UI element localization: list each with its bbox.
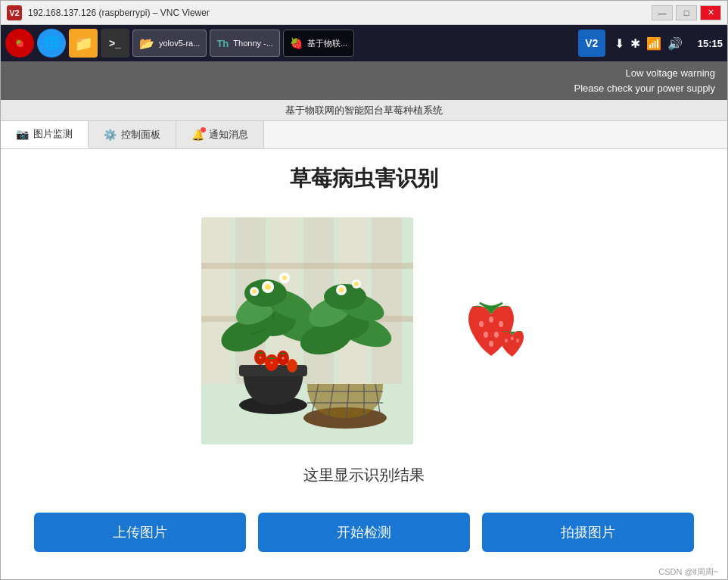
title-bar: V2 192.168.137.126 (raspberrypi) – VNC V… (1, 1, 727, 25)
svg-text:🍓: 🍓 (15, 39, 25, 48)
volume-icon[interactable]: 🔊 (667, 36, 683, 51)
tab-bar: 📷 图片监测 ⚙️ 控制面板 🔔 通知消息 (1, 121, 727, 149)
svg-point-51 (354, 282, 359, 286)
taskbar-app-yolov5-label: yolov5-ra... (159, 39, 200, 48)
vnc-logo-icon: V2 (7, 5, 22, 20)
svg-point-32 (282, 276, 287, 280)
taskbar-app-iot-icon: 🍓 (290, 37, 303, 49)
button-row: 上传图片 开始检测 拍摄图片 (1, 500, 727, 564)
svg-point-41 (282, 357, 285, 359)
taskbar-app-thonny-label: Thonny -... (233, 39, 273, 48)
browser-icon[interactable]: 🌐 (37, 29, 66, 58)
svg-rect-3 (201, 217, 232, 384)
svg-point-34 (252, 289, 257, 294)
warning-line2: Please check your power supply (13, 81, 715, 96)
window-title: 192.168.137.126 (raspberrypi) – VNC View… (28, 8, 652, 18)
camera-icon: 📷 (16, 128, 29, 140)
minimize-button[interactable]: — (652, 5, 673, 20)
svg-point-52 (479, 321, 484, 327)
svg-point-40 (271, 361, 273, 363)
system-tray: ⬇ ✱ 📶 🔊 (608, 36, 689, 51)
taskbar-app-yolov5-icon: 📂 (139, 36, 154, 51)
svg-point-55 (484, 332, 488, 338)
content-area (16, 208, 712, 453)
tab-notifications[interactable]: 🔔 通知消息 (176, 121, 264, 148)
svg-point-58 (505, 338, 508, 342)
strawberry-decoration (443, 288, 527, 374)
upload-button[interactable]: 上传图片 (34, 513, 246, 552)
plant-image (201, 217, 413, 444)
svg-point-56 (494, 332, 499, 338)
taskbar-app-iot[interactable]: 🍓 基于物联... (283, 30, 354, 57)
tab-image-monitor[interactable]: 📷 图片监测 (1, 121, 89, 148)
taskbar-app-thonny[interactable]: Th Thonny -... (210, 30, 279, 57)
svg-rect-9 (201, 263, 413, 269)
svg-point-54 (499, 321, 503, 327)
bell-icon: 🔔 (191, 129, 204, 141)
wifi-icon[interactable]: 📶 (646, 36, 661, 51)
vnc-icon[interactable]: V2 (578, 30, 605, 57)
svg-point-57 (489, 341, 493, 347)
files-icon[interactable]: 📁 (69, 29, 98, 58)
raspberry-icon[interactable]: 🍓 (5, 29, 34, 58)
tab-control-panel-label: 控制面板 (121, 128, 160, 142)
result-label: 这里显示识别结果 (303, 465, 425, 485)
taskbar: 🍓 🌐 📁 >_ 📂 yolov5-ra... Th Thonny -... 🍓… (1, 25, 727, 61)
download-icon[interactable]: ⬇ (614, 36, 624, 51)
tab-notifications-label: 通知消息 (209, 128, 248, 142)
app-header: 基于物联网的智能阳台草莓种植系统 (1, 100, 727, 121)
clock: 15:15 (692, 38, 723, 49)
svg-rect-8 (372, 217, 402, 384)
svg-point-60 (516, 338, 519, 342)
capture-button[interactable]: 拍摄图片 (482, 513, 694, 552)
terminal-icon[interactable]: >_ (101, 29, 129, 58)
taskbar-app-iot-label: 基于物联... (307, 38, 347, 49)
warning-banner: Low voltage warning Please check your po… (1, 61, 727, 100)
main-content: 草莓病虫害识别 (1, 149, 727, 500)
warning-line1: Low voltage warning (13, 66, 715, 81)
gear-icon: ⚙️ (104, 129, 117, 141)
footer: CSDN @ll周周~ (1, 564, 727, 579)
svg-point-49 (339, 287, 344, 292)
window-controls: — □ ✕ (652, 5, 721, 20)
svg-point-39 (260, 356, 262, 358)
svg-point-30 (265, 284, 271, 290)
taskbar-app-yolov5[interactable]: 📂 yolov5-ra... (132, 30, 207, 57)
main-window: V2 192.168.137.126 (raspberrypi) – VNC V… (0, 0, 728, 580)
svg-point-53 (489, 317, 493, 323)
tab-image-monitor-label: 图片监测 (33, 127, 73, 141)
tab-control-panel[interactable]: ⚙️ 控制面板 (89, 121, 176, 148)
maximize-button[interactable]: □ (676, 5, 697, 20)
detect-button[interactable]: 开始检测 (258, 513, 470, 552)
taskbar-app-thonny-icon: Th (216, 38, 229, 49)
app-title: 基于物联网的智能阳台草莓种植系统 (285, 104, 443, 117)
svg-point-59 (511, 336, 514, 340)
svg-point-38 (287, 359, 297, 373)
close-button[interactable]: ✕ (700, 5, 721, 20)
bluetooth-icon[interactable]: ✱ (630, 36, 640, 51)
footer-text: CSDN @ll周周~ (658, 566, 718, 578)
page-title: 草莓病虫害识别 (290, 164, 438, 193)
